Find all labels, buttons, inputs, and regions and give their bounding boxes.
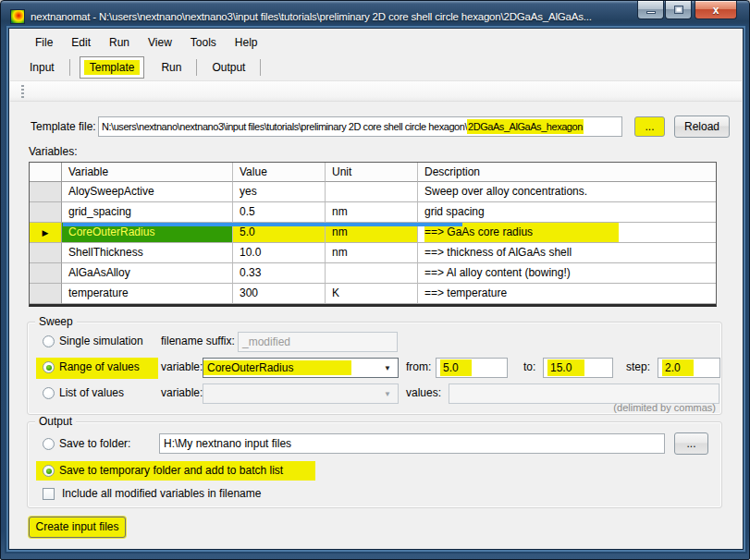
app-icon <box>10 9 25 24</box>
cell-description[interactable]: ==> temperature <box>418 284 716 304</box>
tab-run[interactable]: Run <box>150 57 192 78</box>
menu-bar: File Edit Run View Tools Help <box>9 31 267 54</box>
toolbar-grip-icon[interactable] <box>21 85 24 99</box>
column-header-description[interactable]: Description <box>418 163 716 182</box>
toolbar <box>10 80 742 102</box>
table-row[interactable]: AloySweepActive yes Sweep over alloy con… <box>30 182 716 202</box>
cell-variable[interactable]: AlGaAsAlloy <box>62 263 233 284</box>
sweep-variable-value: CoreOuterRadius <box>203 360 351 375</box>
cell-unit[interactable]: nm <box>326 243 418 263</box>
table-row[interactable]: ShellThickness 10.0 nm ==> thickness of … <box>30 243 716 263</box>
cell-value[interactable]: 0.33 <box>233 263 326 284</box>
table-row[interactable]: temperature 300 K ==> temperature <box>30 284 716 304</box>
cell-description[interactable]: ==> Al alloy content (bowing!) <box>418 263 716 284</box>
tab-input[interactable]: Input <box>18 57 66 78</box>
template-file-label: Template file: <box>31 120 96 133</box>
single-simulation-radio[interactable] <box>43 335 55 347</box>
menu-edit[interactable]: Edit <box>62 32 100 53</box>
filename-suffix-input[interactable]: _modified <box>238 332 398 352</box>
variables-label: Variables: <box>29 145 77 158</box>
cell-description[interactable]: Sweep over alloy concentrations. <box>418 182 716 202</box>
menu-help[interactable]: Help <box>226 32 267 53</box>
cell-unit[interactable]: nm <box>326 202 418 223</box>
template-file-path: N:\users\nextnano\nextnano3\input files\… <box>102 121 467 132</box>
row-indicator[interactable] <box>30 182 62 202</box>
client-area: File Edit Run View Tools Help Input Temp… <box>9 29 743 549</box>
browse-template-button[interactable]: ... <box>634 116 665 137</box>
cell-variable[interactable]: AloySweepActive <box>62 182 233 202</box>
step-input[interactable]: 2.0 <box>658 358 720 378</box>
cell-description[interactable]: ==> GaAs core radius <box>418 223 716 243</box>
row-indicator[interactable] <box>30 284 62 304</box>
sweep-groupbox: Sweep Single simulation filename suffix:… <box>27 322 722 415</box>
table-row-selected[interactable]: ▶ CoreOuterRadius 5.0 nm ==> GaAs core r… <box>30 223 716 243</box>
to-value: 15.0 <box>547 359 584 376</box>
to-label: to: <box>523 360 535 373</box>
row-indicator[interactable] <box>30 243 62 263</box>
cell-description[interactable]: ==> thickness of AlGaAs shell <box>418 243 716 263</box>
values-input[interactable] <box>449 383 719 404</box>
close-button[interactable]: x <box>695 1 737 19</box>
cell-variable[interactable]: temperature <box>62 284 233 304</box>
list-variable-dropdown[interactable]: ▼ <box>203 383 399 404</box>
create-input-files-button[interactable]: Create input files <box>29 517 126 538</box>
row-indicator[interactable] <box>30 263 62 284</box>
cell-value[interactable]: 10.0 <box>233 243 326 263</box>
save-temp-radio[interactable] <box>43 465 55 477</box>
tab-separator <box>260 59 261 76</box>
step-value: 2.0 <box>662 359 694 376</box>
cell-value[interactable]: 0.5 <box>233 202 326 223</box>
range-of-values-radio[interactable] <box>43 361 55 373</box>
cell-value[interactable]: 300 <box>233 284 326 304</box>
cell-unit[interactable] <box>326 182 418 202</box>
cell-unit[interactable] <box>326 263 418 284</box>
menu-run[interactable]: Run <box>100 32 139 53</box>
cell-variable[interactable]: ShellThickness <box>62 243 233 263</box>
cell-description[interactable]: grid spacing <box>418 202 716 223</box>
save-to-folder-label: Save to folder: <box>59 437 130 450</box>
row-indicator[interactable] <box>30 202 62 223</box>
minimize-icon <box>646 11 656 14</box>
from-label: from: <box>406 360 431 373</box>
template-file-input[interactable]: N:\users\nextnano\nextnano3\input files\… <box>98 116 622 137</box>
table-header-row: Variable Value Unit Description <box>30 163 716 182</box>
menu-tools[interactable]: Tools <box>181 32 226 53</box>
filename-suffix-label: filename suffix: <box>161 335 235 347</box>
menu-view[interactable]: View <box>139 32 181 53</box>
list-variable-value <box>203 393 211 395</box>
maximize-button[interactable] <box>665 1 692 19</box>
sweep-variable-label: variable: <box>161 360 203 373</box>
save-folder-input[interactable]: H:\My nextnano input files <box>159 433 665 454</box>
cell-variable[interactable]: grid_spacing <box>62 202 233 223</box>
tab-template[interactable]: Template <box>80 56 145 79</box>
list-of-values-label: List of values <box>59 386 124 399</box>
column-header-variable[interactable]: Variable <box>62 163 233 182</box>
reload-button[interactable]: Reload <box>674 116 730 138</box>
selection-strip <box>63 223 462 226</box>
app-window: nextnanomat - N:\users\nextnano\nextnano… <box>0 0 750 560</box>
cell-value[interactable]: yes <box>233 182 326 202</box>
tab-output[interactable]: Output <box>201 57 256 78</box>
menu-file[interactable]: File <box>26 32 62 53</box>
sweep-variable-dropdown[interactable]: CoreOuterRadius ▼ <box>203 358 399 378</box>
save-temp-label: Save to temporary folder and add to batc… <box>59 464 283 477</box>
values-label: values: <box>406 386 441 399</box>
row-indicator-current[interactable]: ▶ <box>30 223 62 243</box>
include-modified-label: Include all modified variables in filena… <box>62 487 261 500</box>
cell-unit[interactable]: K <box>326 284 418 304</box>
from-input[interactable]: 5.0 <box>436 358 508 378</box>
output-title: Output <box>35 415 76 428</box>
save-to-folder-radio[interactable] <box>43 438 55 450</box>
title-bar[interactable]: nextnanomat - N:\users\nextnano\nextnano… <box>10 6 620 27</box>
step-label: step: <box>626 360 650 373</box>
single-simulation-label: Single simulation <box>59 335 143 347</box>
include-modified-checkbox[interactable] <box>43 488 55 500</box>
column-header-unit[interactable]: Unit <box>326 163 418 182</box>
table-row[interactable]: grid_spacing 0.5 nm grid spacing <box>30 202 716 223</box>
column-header-value[interactable]: Value <box>233 163 326 182</box>
minimize-button[interactable] <box>637 1 664 19</box>
list-of-values-radio[interactable] <box>43 387 55 399</box>
table-row[interactable]: AlGaAsAlloy 0.33 ==> Al alloy content (b… <box>30 263 716 284</box>
browse-folder-button[interactable]: ... <box>674 432 708 455</box>
to-input[interactable]: 15.0 <box>543 358 613 378</box>
